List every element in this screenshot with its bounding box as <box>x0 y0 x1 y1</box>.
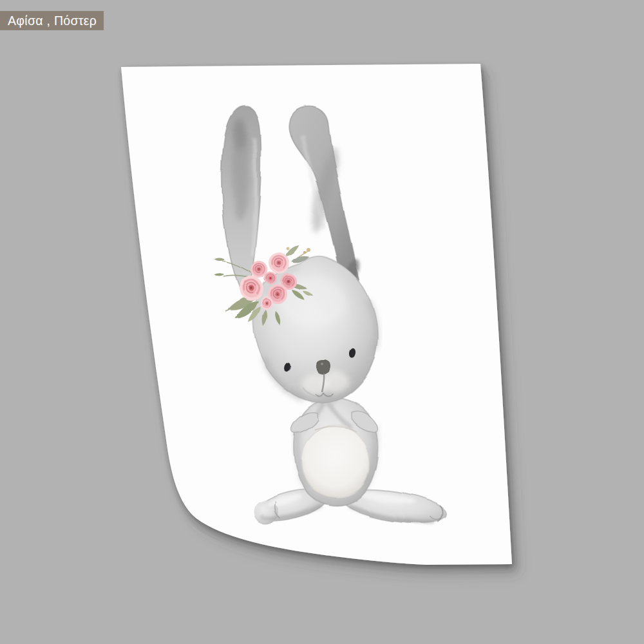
poster-mockup-scene: Αφίσα , Πόστερ <box>0 0 644 644</box>
poster-mockup-svg <box>0 0 644 644</box>
rose <box>260 296 273 309</box>
rose <box>264 272 277 285</box>
category-badge-label: Αφίσα , Πόστερ <box>8 14 97 28</box>
flower-bud <box>304 251 307 254</box>
rose <box>239 276 263 301</box>
category-badge: Αφίσα , Πόστερ <box>0 11 104 30</box>
flower-bud <box>307 248 311 252</box>
flower-bud <box>287 247 290 251</box>
bunny-nose <box>316 361 330 374</box>
bunny-belly <box>301 425 369 497</box>
rose <box>269 253 289 274</box>
